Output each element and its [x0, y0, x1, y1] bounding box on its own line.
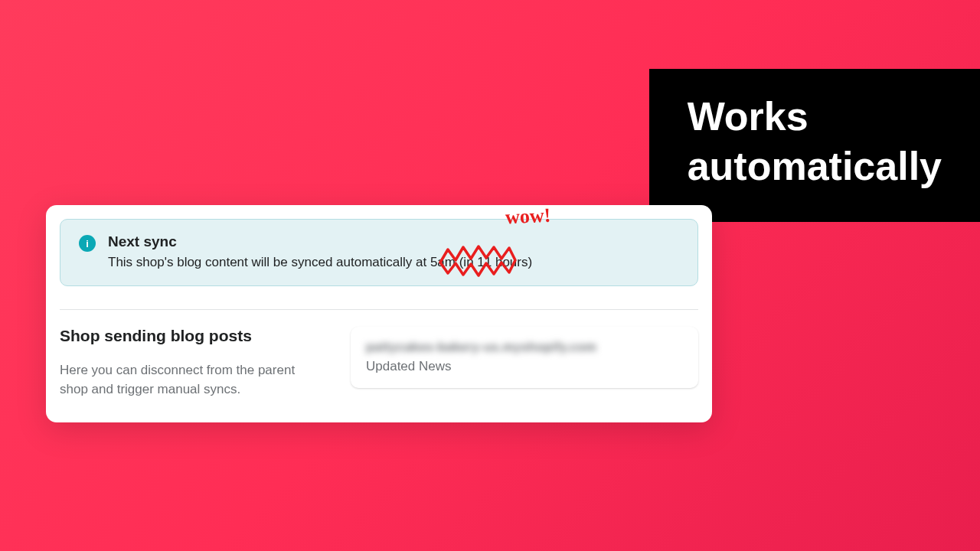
- shop-label: Updated News: [366, 359, 683, 374]
- banner-title: Next sync: [108, 233, 532, 250]
- headline-box: Works automatically: [649, 69, 980, 222]
- headline-text: Works automatically: [688, 92, 942, 191]
- lower-section: Shop sending blog posts Here you can dis…: [46, 327, 712, 399]
- shop-url: pattycakes-bakery-us.myshopify.com: [366, 341, 683, 354]
- section-description: Shop sending blog posts Here you can dis…: [60, 327, 320, 399]
- info-icon: i: [79, 235, 96, 252]
- shop-list: pattycakes-bakery-us.myshopify.com Updat…: [351, 327, 698, 399]
- section-title: Shop sending blog posts: [60, 327, 320, 345]
- divider: [60, 309, 698, 310]
- settings-card: i Next sync This shop's blog content wil…: [46, 205, 712, 422]
- shop-card[interactable]: pattycakes-bakery-us.myshopify.com Updat…: [351, 327, 698, 388]
- banner-text: This shop's blog content will be synced …: [108, 253, 532, 272]
- section-desc: Here you can disconnect from the parent …: [60, 360, 320, 399]
- next-sync-banner: i Next sync This shop's blog content wil…: [60, 219, 698, 286]
- banner-content: Next sync This shop's blog content will …: [108, 233, 532, 272]
